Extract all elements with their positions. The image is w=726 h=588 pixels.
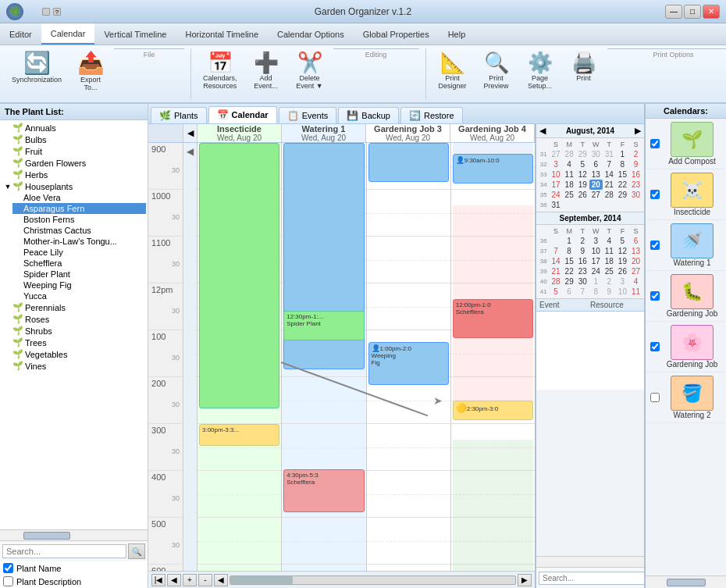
sep-13[interactable]: 13 xyxy=(629,246,642,256)
right-search-input[interactable] xyxy=(539,572,644,585)
d-13[interactable]: 13 xyxy=(589,169,603,180)
nav-prev[interactable]: ◀ xyxy=(167,574,181,586)
sidebar-item-vines[interactable]: 🌱 Vines xyxy=(2,360,146,372)
sep-5b[interactable]: 5 xyxy=(550,287,563,297)
d-5[interactable]: 5 xyxy=(576,159,589,169)
close-button[interactable]: ✕ xyxy=(703,5,720,19)
menu-calendar-options[interactable]: Calendar Options xyxy=(268,23,354,45)
sep-11[interactable]: 11 xyxy=(603,246,616,256)
calendar-item-gardening-job2[interactable]: 🌸 Gardening Job xyxy=(646,322,726,372)
d-20-today[interactable]: 20 xyxy=(589,180,603,190)
d-26[interactable]: 26 xyxy=(576,190,589,200)
calendars-resources-button[interactable]: 📅 Calendars,Resources xyxy=(198,48,243,94)
d-25[interactable]: 25 xyxy=(563,190,576,200)
tab-calendar[interactable]: 📅 Calendar xyxy=(208,106,277,123)
export-button[interactable]: 📤 ExportTo... xyxy=(70,48,111,95)
sep-22[interactable]: 22 xyxy=(563,266,576,276)
menu-help[interactable]: Help xyxy=(439,23,475,45)
calendar-item-watering1[interactable]: 🚿 Watering 1 xyxy=(646,220,726,271)
sidebar-item-shrubs[interactable]: 🌱 Shrubs xyxy=(2,325,146,337)
nav-add[interactable]: + xyxy=(183,574,197,586)
sep-11b[interactable]: 11 xyxy=(629,287,642,297)
sidebar-item-roses[interactable]: 🌱 Roses xyxy=(2,313,146,325)
d-16[interactable]: 16 xyxy=(629,169,642,180)
aug-next[interactable]: ▶ xyxy=(635,126,641,136)
add-event-button[interactable]: ➕ AddEvent... xyxy=(246,48,286,94)
sync-button[interactable]: 🔄 Synchronization xyxy=(6,48,67,87)
sep-27[interactable]: 27 xyxy=(629,266,642,276)
sidebar-item-vegetables[interactable]: 🌱 Vegetables xyxy=(2,348,146,360)
print-button[interactable]: 🖨️ Print xyxy=(564,48,604,86)
calendar-item-watering2[interactable]: 🪣 Watering 2 xyxy=(646,372,726,423)
sep-2[interactable]: 2 xyxy=(576,236,589,246)
sidebar-item-perennials[interactable]: 🌱 Perennials xyxy=(2,301,146,313)
d-11[interactable]: 11 xyxy=(563,169,576,180)
sep-25[interactable]: 25 xyxy=(603,266,616,276)
d-30[interactable]: 30 xyxy=(589,149,603,159)
plant-name-checkbox[interactable] xyxy=(3,563,13,573)
d-31b[interactable]: 31 xyxy=(550,200,563,210)
aug-prev[interactable]: ◀ xyxy=(539,126,546,136)
sep-9b[interactable]: 9 xyxy=(603,287,616,297)
d-30b[interactable]: 30 xyxy=(629,190,642,200)
sep-19[interactable]: 19 xyxy=(616,256,629,266)
sep-1b[interactable]: 1 xyxy=(589,276,603,287)
plant-description-checkbox[interactable] xyxy=(3,576,13,586)
sep-29[interactable]: 29 xyxy=(563,276,576,287)
d-24[interactable]: 24 xyxy=(550,190,563,200)
sidebar-item-aloe-vera[interactable]: Aloe Vera xyxy=(12,192,146,203)
menu-vertical-timeline[interactable]: Vertical Timeline xyxy=(94,23,176,45)
event-gardening3-top[interactable] xyxy=(368,143,449,182)
quick-access-2[interactable]: ? xyxy=(53,8,61,16)
right-panel-scrollbar[interactable] xyxy=(646,576,726,588)
nav-scroll-right[interactable]: ▶ xyxy=(518,574,532,586)
d-28b[interactable]: 28 xyxy=(603,190,616,200)
nav-left-col[interactable]: ◀ xyxy=(183,143,198,571)
sep-7[interactable]: 7 xyxy=(550,246,563,256)
d-29b[interactable]: 29 xyxy=(616,190,629,200)
sep-3b[interactable]: 3 xyxy=(616,276,629,287)
sep-8[interactable]: 8 xyxy=(563,246,576,256)
menu-editor[interactable]: Editor xyxy=(0,23,41,45)
sidebar-item-spider-plant[interactable]: Spider Plant xyxy=(12,269,146,280)
nav-first[interactable]: |◀ xyxy=(151,574,165,586)
nav-scroll-left[interactable]: ◀ xyxy=(214,574,228,586)
tab-events[interactable]: 📋 Events xyxy=(279,107,337,123)
d-7[interactable]: 7 xyxy=(603,159,616,169)
tab-plants[interactable]: 🌿 Plants xyxy=(151,107,207,123)
sep-17[interactable]: 17 xyxy=(589,256,603,266)
print-preview-button[interactable]: 🔍 PrintPreview xyxy=(476,48,517,94)
sidebar-item-yucca[interactable]: Yucca xyxy=(12,290,146,301)
minimize-button[interactable]: — xyxy=(665,5,682,19)
calendar-item-insecticide[interactable]: ☠️ Insecticide xyxy=(646,169,726,220)
d-4[interactable]: 4 xyxy=(563,159,576,169)
sep-6[interactable]: 6 xyxy=(629,236,642,246)
hscroll-thumb[interactable] xyxy=(230,576,293,584)
event-gardening4-schefflera[interactable]: 12:00pm-1:0Schefflera xyxy=(453,299,533,338)
cal-checkbox-insecticide[interactable] xyxy=(650,190,660,199)
d-19[interactable]: 19 xyxy=(576,180,589,190)
nav-left-button[interactable]: ◀ xyxy=(183,124,198,142)
d-21[interactable]: 21 xyxy=(603,180,616,190)
d-23[interactable]: 23 xyxy=(629,180,642,190)
sep-24[interactable]: 24 xyxy=(589,266,603,276)
print-designer-button[interactable]: 📐 PrintDesigner xyxy=(432,48,473,94)
sep-12[interactable]: 12 xyxy=(616,246,629,256)
event-schefflera-watering[interactable]: 4:30pm-5:3Schefflera xyxy=(283,469,364,512)
sep-4[interactable]: 4 xyxy=(603,236,616,246)
sep-5[interactable]: 5 xyxy=(616,236,629,246)
menu-horizontal-timeline[interactable]: Horizontal Timeline xyxy=(176,23,268,45)
sidebar-item-christmas-cactus[interactable]: Christmas Cactus xyxy=(12,225,146,236)
calendar-item-gardening-job1[interactable]: 🐛 Gardening Job xyxy=(646,271,726,322)
sep-18[interactable]: 18 xyxy=(603,256,616,266)
nav-remove[interactable]: - xyxy=(198,574,212,586)
event-insecticide-main[interactable] xyxy=(199,143,279,408)
sep-21[interactable]: 21 xyxy=(550,266,563,276)
maximize-button[interactable]: □ xyxy=(684,5,701,19)
cal-checkbox-gardening2[interactable] xyxy=(650,342,660,351)
d-31[interactable]: 31 xyxy=(603,149,616,159)
sidebar-item-bulbs[interactable]: 🌱 Bulbs xyxy=(2,134,146,145)
quick-access-1[interactable] xyxy=(42,8,50,16)
sep-10b[interactable]: 10 xyxy=(616,287,629,297)
cal-checkbox-add-compost[interactable] xyxy=(650,139,660,148)
